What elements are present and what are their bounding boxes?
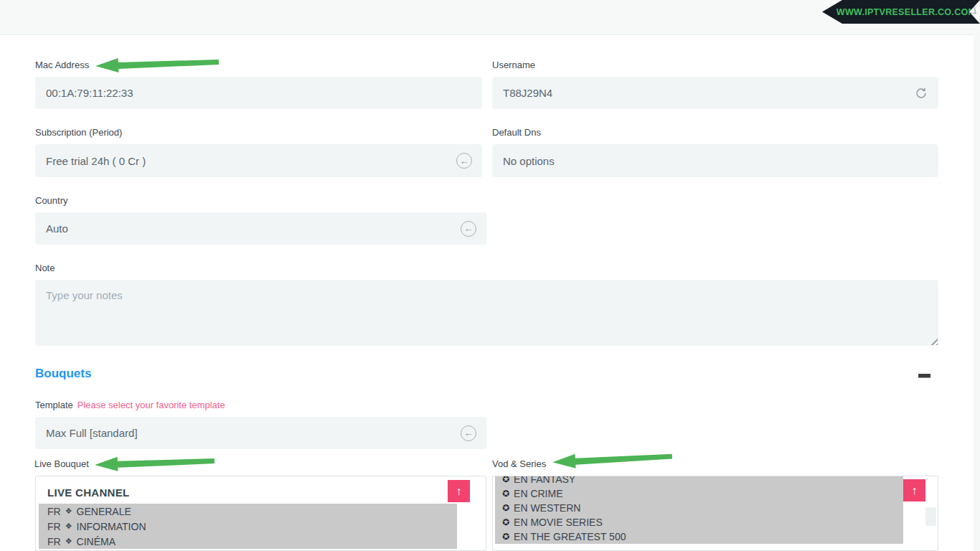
select-arrow-icon[interactable]: ← <box>461 425 476 441</box>
select-arrow-icon[interactable]: ← <box>461 221 476 237</box>
vod-series-item[interactable]: ✪EN MOVIE SERIES <box>495 515 903 529</box>
vod-scroll-top-button[interactable]: ↑ <box>903 479 925 501</box>
note-textarea[interactable] <box>35 280 938 346</box>
country-value: Auto <box>46 222 68 235</box>
site-ribbon: WWW.IPTVRESELLER.CO.COM <box>822 0 980 24</box>
vod-item-name: EN MOVIE SERIES <box>514 517 603 528</box>
live-bouquet-list[interactable]: LIVE CHANNEL FR❖GENERALEFR❖INFORMATIONFR… <box>35 476 486 551</box>
live-item-name: CINÉMA <box>77 536 116 547</box>
live-bouquet-item[interactable]: FR❖INFORMATION <box>39 519 457 534</box>
subscription-select[interactable]: Free trial 24h ( 0 Cr ) ← <box>35 144 482 177</box>
refresh-icon[interactable] <box>915 87 928 100</box>
template-label-text: Template <box>35 400 73 410</box>
template-label: TemplatePlease select your favorite temp… <box>35 400 225 410</box>
live-bouquet-item[interactable]: FR❖CINÉMA <box>39 534 457 549</box>
live-item-prefix: FR <box>47 521 61 532</box>
star-circle-icon: ✪ <box>502 517 509 527</box>
page-scrollbar[interactable] <box>974 34 980 551</box>
subscription-label: Subscription (Period) <box>35 127 122 138</box>
star-circle-icon: ✪ <box>502 503 509 513</box>
live-item-name: GENERALE <box>77 506 131 517</box>
live-item-prefix: FR <box>47 506 61 517</box>
template-select[interactable]: Max Full [standard] ← <box>35 417 486 449</box>
page: WWW.IPTVRESELLER.CO.COM Mac Address User… <box>0 0 980 551</box>
site-ribbon-text: WWW.IPTVRESELLER.CO.COM <box>837 7 976 17</box>
vod-series-list[interactable]: ✪EN FANTASY✪EN CRIME✪EN WESTERN✪EN MOVIE… <box>492 476 938 551</box>
select-arrow-icon[interactable]: ← <box>456 153 472 169</box>
vod-series-item[interactable]: ✪EN THE GREATEST 500 <box>495 529 903 544</box>
live-bouquet-list-header: LIVE CHANNEL <box>36 476 486 504</box>
vod-series-item[interactable]: ✪EN FANTASY <box>495 476 903 486</box>
vod-series-item[interactable]: ✪EN WESTERN <box>495 501 903 515</box>
country-label: Country <box>35 195 68 206</box>
mac-address-input[interactable] <box>35 77 482 109</box>
annotation-arrow-mac <box>95 54 220 74</box>
default-dns-value: No options <box>503 155 555 167</box>
vod-series-label: Vod & Series <box>492 458 546 469</box>
live-bouquet-item[interactable]: FR❖GENERALE <box>39 504 457 519</box>
subscription-value: Free trial 24h ( 0 Cr ) <box>46 155 146 167</box>
vod-item-name: EN CRIME <box>514 488 562 499</box>
mac-address-label: Mac Address <box>35 60 89 70</box>
default-dns-select[interactable]: No options <box>492 144 938 177</box>
vod-series-item[interactable]: ✪EN CRIME <box>495 486 903 501</box>
collapse-section-button[interactable] <box>918 374 930 378</box>
vod-item-name: EN WESTERN <box>514 502 580 514</box>
live-item-prefix: FR <box>47 536 61 547</box>
diamond-icon: ❖ <box>65 507 72 516</box>
star-circle-icon: ✪ <box>502 532 509 542</box>
username-input[interactable] <box>492 77 938 109</box>
vod-item-name: EN THE GREATEST 500 <box>514 531 626 542</box>
default-dns-label: Default Dns <box>492 127 541 138</box>
live-item-name: INFORMATION <box>77 521 146 532</box>
note-label: Note <box>35 263 55 273</box>
live-bouquet-label: Live Bouquet <box>34 458 89 469</box>
username-label: Username <box>492 60 535 70</box>
annotation-arrow-live <box>95 453 215 473</box>
diamond-icon: ❖ <box>65 537 72 546</box>
bouquets-section-title: Bouquets <box>35 367 91 381</box>
vod-scrollbar-thumb[interactable] <box>925 507 936 526</box>
star-circle-icon: ✪ <box>502 489 509 499</box>
country-select[interactable]: Auto ← <box>35 212 486 245</box>
template-value: Max Full [standard] <box>46 427 138 439</box>
star-circle-icon: ✪ <box>502 476 509 484</box>
diamond-icon: ❖ <box>65 522 72 531</box>
template-helper-text: Please select your favorite template <box>77 400 225 410</box>
top-bar: WWW.IPTVRESELLER.CO.COM <box>0 0 980 35</box>
annotation-arrow-vod <box>552 448 673 471</box>
live-scroll-top-button[interactable]: ↑ <box>448 480 470 502</box>
vod-item-name: EN FANTASY <box>514 476 575 485</box>
